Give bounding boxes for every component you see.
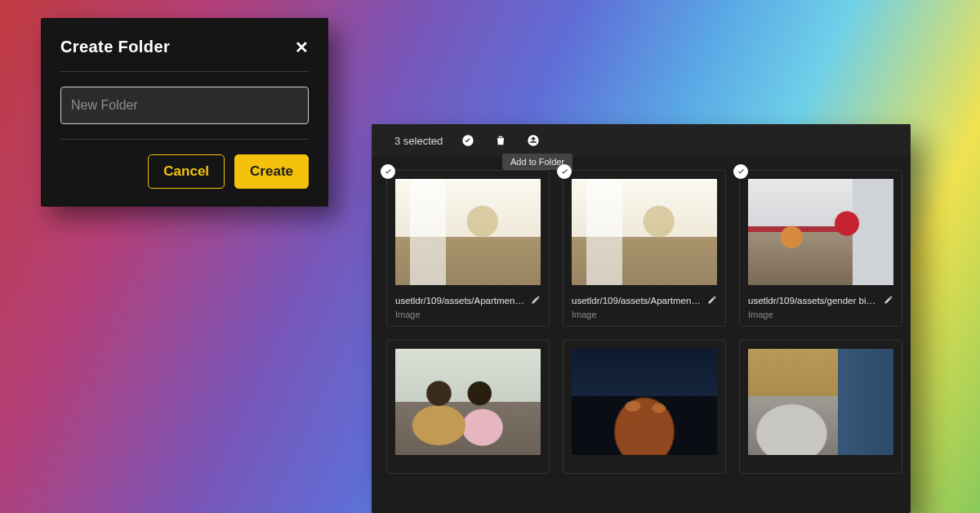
create-folder-modal: Create Folder ✕ Cancel Create xyxy=(41,18,328,207)
close-icon[interactable]: ✕ xyxy=(295,39,309,56)
selected-check-icon[interactable] xyxy=(733,164,748,179)
asset-kind: Image xyxy=(395,310,541,319)
asset-card[interactable] xyxy=(563,340,726,474)
divider xyxy=(60,71,309,72)
thumbnail xyxy=(748,349,893,455)
thumbnail xyxy=(572,349,717,455)
edit-icon[interactable] xyxy=(707,293,717,308)
delete-icon[interactable] xyxy=(493,133,508,148)
asset-card[interactable]: usetldr/109/assets/Apartments.jp… Image xyxy=(563,170,726,327)
asset-kind: Image xyxy=(572,310,717,319)
asset-meta: usetldr/109/assets/Apartments.jp… Image xyxy=(395,293,541,319)
cancel-button[interactable]: Cancel xyxy=(148,154,225,189)
asset-title: usetldr/109/assets/Apartments.jp… xyxy=(395,296,526,306)
thumbnail xyxy=(748,179,893,285)
asset-title: usetldr/109/assets/gender bias.jp… xyxy=(748,296,879,306)
asset-card[interactable]: usetldr/109/assets/gender bias.jp… Image xyxy=(739,170,902,327)
select-all-icon[interactable] xyxy=(461,133,475,148)
selection-toolbar: 3 selected Add to Folder xyxy=(372,124,911,157)
modal-title: Create Folder xyxy=(60,38,170,56)
create-button[interactable]: Create xyxy=(234,154,309,189)
asset-panel: 3 selected Add to Folder usetldr/109/ass… xyxy=(372,124,911,513)
asset-meta: usetldr/109/assets/Apartments.jp… Image xyxy=(572,293,717,319)
edit-icon[interactable] xyxy=(531,293,541,308)
selected-check-icon[interactable] xyxy=(557,164,572,179)
modal-header: Create Folder ✕ xyxy=(60,38,309,56)
asset-meta: usetldr/109/assets/gender bias.jp… Image xyxy=(748,293,893,319)
asset-card[interactable] xyxy=(386,340,550,474)
add-to-folder-icon[interactable] xyxy=(526,133,541,148)
asset-grid: usetldr/109/assets/Apartments.jp… Image … xyxy=(372,157,911,487)
folder-name-input[interactable] xyxy=(60,87,309,124)
asset-title: usetldr/109/assets/Apartments.jp… xyxy=(572,296,702,306)
thumbnail xyxy=(572,179,717,285)
asset-kind: Image xyxy=(748,310,893,319)
thumbnail xyxy=(395,349,541,455)
edit-icon[interactable] xyxy=(884,293,893,308)
thumbnail xyxy=(395,179,541,285)
selection-count: 3 selected xyxy=(394,135,443,147)
divider xyxy=(60,139,309,140)
asset-card[interactable]: usetldr/109/assets/Apartments.jp… Image xyxy=(386,170,550,327)
asset-card[interactable] xyxy=(739,340,902,474)
modal-actions: Cancel Create xyxy=(60,154,309,189)
selected-check-icon[interactable] xyxy=(381,164,395,179)
